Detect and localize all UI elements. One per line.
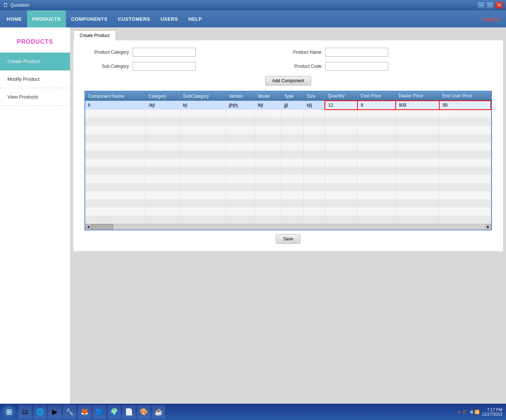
product-category-group: Product Category [84, 48, 196, 57]
product-name-label: Product Name [277, 50, 322, 55]
sidebar-label-create-product: Create Product [7, 59, 40, 64]
product-code-group: Product Code [277, 62, 388, 71]
cell-end-user-price: 99 [439, 101, 491, 110]
minimize-button[interactable]: ─ [477, 1, 485, 9]
add-component-button[interactable]: Add Component [265, 76, 312, 86]
col-size: Size [304, 91, 325, 101]
table-container: Component Name Category SubCategory Vend… [84, 91, 492, 230]
cell-dealer-price: 909 [396, 101, 439, 110]
table-row [85, 126, 491, 134]
menu-customers[interactable]: CUSTOMERS [113, 10, 155, 27]
tab-create-product[interactable]: Create Product [73, 30, 116, 40]
menu-bar: HOME PRODUCTS COMPONENTS CUSTOMERS USERS… [0, 10, 506, 27]
product-code-input[interactable] [325, 62, 388, 71]
col-type: Type [281, 91, 303, 101]
form-row-1: Product Category Product Name [84, 48, 492, 57]
cell-vendor: jjhjhj [226, 101, 254, 110]
table-scrollbar[interactable]: ◀ ▶ [85, 224, 491, 230]
sidebar-label-view-products: View Products [7, 94, 38, 100]
close-button[interactable]: ✕ [495, 1, 503, 9]
table-header-row: Component Name Category SubCategory Vend… [85, 91, 491, 101]
form-row-2: Sub Category Product Code [84, 62, 492, 71]
cell-component-name: ll [85, 101, 145, 110]
product-code-label: Product Code [277, 64, 322, 69]
col-cost-price: Cost Price [357, 91, 396, 101]
menu-help[interactable]: HELP [183, 10, 207, 27]
form-panel: Product Category Product Name Sub Catego… [73, 40, 503, 251]
sub-category-group: Sub Category [84, 62, 196, 71]
title-bar: 🗒 Quotation ─ □ ✕ [0, 0, 506, 10]
table-row [85, 167, 491, 175]
table-body: ll ;lkjl kjl jjhjhj lkjl jjjl kjlj 12 9 … [85, 101, 491, 224]
menu-users[interactable]: USERS [155, 10, 183, 27]
cell-subcategory: kjl [180, 101, 226, 110]
logout-button[interactable]: Logout [477, 10, 505, 27]
scroll-track [91, 224, 485, 230]
sub-category-input[interactable] [133, 62, 196, 71]
table-row [85, 142, 491, 150]
col-vendor: Vendor [226, 91, 254, 101]
col-end-user-price: End User Price [439, 91, 491, 101]
product-name-input[interactable] [325, 48, 388, 57]
content-area: Create Product Product Category Product … [70, 27, 506, 404]
menu-components[interactable]: COMPONENTS [66, 10, 113, 27]
cell-cost-price: 9 [357, 101, 396, 110]
table-row [85, 199, 491, 207]
table-row [85, 110, 491, 118]
scroll-left-button[interactable]: ◀ [85, 224, 91, 230]
table-row [85, 216, 491, 224]
col-category: Category [145, 91, 180, 101]
tab-bar: Create Product [73, 30, 503, 40]
table-row [85, 191, 491, 199]
main-layout: PRODUCTS Create Product Modify Product V… [0, 27, 506, 404]
menu-products[interactable]: PRODUCTS [27, 10, 66, 27]
cell-size: kjlj [304, 101, 325, 110]
title-bar-left: 🗒 Quotation [3, 2, 30, 8]
sidebar-label-modify-product: Modify Product [7, 76, 40, 82]
table-row [85, 183, 491, 191]
data-table: Component Name Category SubCategory Vend… [85, 91, 491, 224]
col-model: Model [255, 91, 281, 101]
col-dealer-price: Dealer Price [396, 91, 439, 101]
table-row [85, 134, 491, 142]
maximize-button[interactable]: □ [486, 1, 494, 9]
cell-type: jjjl [281, 101, 303, 110]
cell-quantity: 12 [325, 101, 357, 110]
sub-category-label: Sub Category [84, 64, 129, 69]
cell-category: ;lkjl [145, 101, 180, 110]
sidebar-item-create-product[interactable]: Create Product [0, 53, 70, 70]
cell-model: lkjl [255, 101, 281, 110]
table-row [85, 159, 491, 167]
col-subcategory: SubCategory [180, 91, 226, 101]
table-row [85, 175, 491, 183]
title-bar-controls: ─ □ ✕ [477, 1, 503, 9]
table-row [85, 118, 491, 126]
product-category-input[interactable] [133, 48, 196, 57]
col-quantity: Quantity [325, 91, 357, 101]
table-row [85, 207, 491, 216]
scroll-thumb[interactable] [91, 224, 113, 230]
window-icon: 🗒 [3, 2, 8, 8]
sidebar: PRODUCTS Create Product Modify Product V… [0, 27, 70, 404]
table-row[interactable]: ll ;lkjl kjl jjhjhj lkjl jjjl kjlj 12 9 … [85, 101, 491, 110]
window-title: Quotation [10, 3, 30, 8]
sidebar-title: PRODUCTS [0, 35, 70, 53]
menu-home[interactable]: HOME [1, 10, 27, 27]
product-name-group: Product Name [277, 48, 388, 57]
product-category-label: Product Category [84, 50, 129, 55]
table-scroll[interactable]: Component Name Category SubCategory Vend… [85, 91, 491, 224]
sidebar-item-modify-product[interactable]: Modify Product [0, 70, 70, 88]
save-button[interactable]: Save [276, 234, 300, 244]
col-component-name: Component Name [85, 91, 145, 101]
table-row [85, 150, 491, 159]
scroll-right-button[interactable]: ▶ [485, 224, 491, 230]
sidebar-item-view-products[interactable]: View Products [0, 88, 70, 106]
